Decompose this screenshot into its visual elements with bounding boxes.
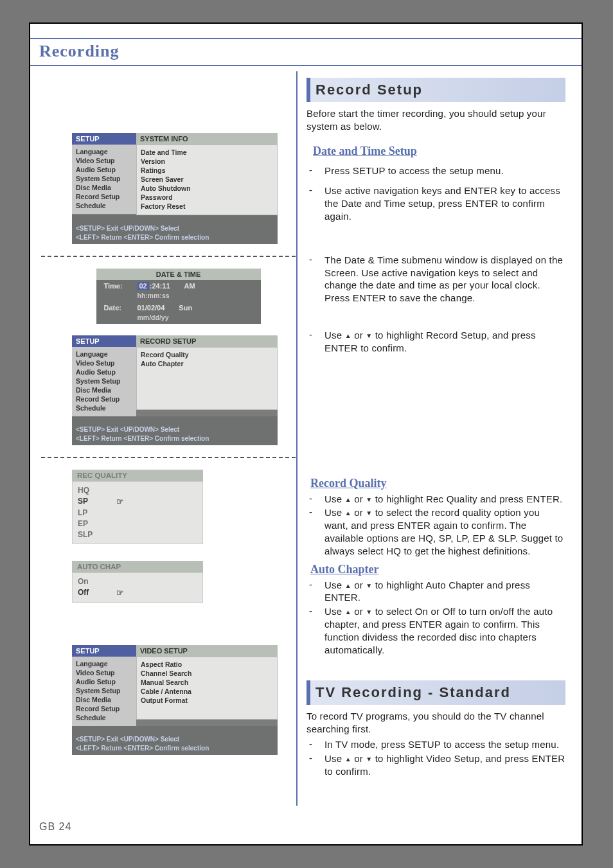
dt-time-hint: hh:mm:ss: [96, 292, 261, 302]
triangle-down-icon: [366, 506, 372, 519]
osd-list-item: Schedule: [76, 713, 132, 722]
osd-list-item: Disc Media: [76, 385, 132, 394]
bullet-text: Use or to highlight Record Setup, and pr…: [324, 329, 565, 355]
bullet-text: Use or to highlight Auto Chapter and pre…: [324, 579, 565, 605]
osd-setup-record-setup: SETUP LanguageVideo SetupAudio SetupSyst…: [72, 335, 278, 445]
osd-list-item: Disc Media: [76, 695, 132, 704]
osd-help-line: <SETUP> Exit <UP/DOWN> Select: [76, 735, 274, 744]
dt-date-value: 01/02/04: [138, 304, 165, 312]
osd-list-item: Ratings: [141, 166, 273, 175]
osd-left-items: LanguageVideo SetupAudio SetupSystem Set…: [72, 347, 136, 416]
osd-list-item: Audio Setup: [76, 677, 132, 686]
rec-quality-options: HQSPLPEPSLP: [72, 481, 203, 544]
section-header-tv-recording: TV Recording - Standard: [306, 680, 565, 705]
dt-time-label: Time:: [104, 282, 138, 290]
page-footer: GB 24: [39, 821, 71, 833]
dt-time-ampm: AM: [184, 282, 195, 290]
osd-list-item: Audio Setup: [76, 165, 132, 174]
triangle-down-icon: [366, 579, 372, 592]
triangle-down-icon: [366, 752, 372, 765]
osd-right-items: Record QualityAuto Chapter: [136, 347, 278, 410]
record-setup-intro: Before start the timer recording, you sh…: [306, 107, 565, 133]
dt-date-day: Sun: [179, 304, 192, 312]
osd-list-item: Record Setup: [76, 394, 132, 403]
osd-list-item: Screen Saver: [141, 175, 273, 184]
triangle-up-icon: [345, 493, 351, 506]
osd-list-item: Cable / Antenna: [141, 687, 273, 696]
dt-date-label: Date:: [104, 304, 138, 312]
osd-header-setup: SETUP: [72, 645, 136, 657]
osd-help-line: <SETUP> Exit <UP/DOWN> Select: [76, 224, 274, 233]
columns: SETUP LanguageVideo SetupAudio SetupSyst…: [30, 71, 582, 813]
osd-setup-video-setup: SETUP LanguageVideo SetupAudio SetupSyst…: [72, 645, 278, 755]
option-label: EP: [78, 519, 116, 528]
osd-help-text: <SETUP> Exit <UP/DOWN> Select <LEFT> Ret…: [72, 726, 278, 755]
triangle-down-icon: [366, 605, 372, 618]
osd-list-item: Manual Search: [141, 678, 273, 687]
dt-time-highlight: 02: [138, 282, 149, 290]
dt-time-row: Time: 02 :24:11 AM: [96, 280, 261, 292]
subhead-record-quality: Record Quality: [310, 477, 565, 490]
rec-quality-box: REC QUALITY HQSPLPEPSLP: [72, 470, 203, 544]
osd-help-line: <LEFT> Return <ENTER> Confirm selection: [76, 434, 274, 443]
osd-list-item: Audio Setup: [76, 368, 132, 376]
osd-header-record-setup: RECORD SETUP: [136, 335, 278, 347]
triangle-up-icon: [345, 752, 351, 765]
osd-list-item: System Setup: [76, 174, 132, 183]
date-time-setup-bullets: -Press SETUP to access the setup menu. -…: [306, 164, 565, 355]
rec-quality-option: SP: [78, 495, 197, 507]
osd-help-line: <LEFT> Return <ENTER> Confirm selection: [76, 233, 274, 242]
bullet-text: The Date & Time submenu window is displa…: [324, 254, 565, 305]
triangle-down-icon: [366, 329, 372, 342]
osd-list-item: Record Quality: [141, 350, 273, 359]
bullet-text: Use or to select the record quality opti…: [324, 506, 565, 557]
page: Recording SETUP LanguageVideo SetupAudio…: [29, 22, 583, 846]
left-column: SETUP LanguageVideo SetupAudio SetupSyst…: [30, 71, 296, 813]
osd-list-item: Password: [141, 193, 273, 202]
osd-header-video-setup: VIDEO SETUP: [136, 645, 278, 657]
bullet-text: Use or to highlight Video Setup, and pre…: [324, 752, 565, 778]
osd-left-items: LanguageVideo SetupAudio SetupSystem Set…: [72, 145, 136, 214]
auto-chapter-bullets: - Use or to highlight Auto Chapter and p…: [306, 579, 565, 657]
osd-list-item: System Setup: [76, 376, 132, 385]
bullet-text: Use or to select On or Off to turn on/of…: [324, 605, 565, 656]
rec-quality-option: SLP: [78, 529, 197, 540]
osd-list-item: Language: [76, 350, 132, 359]
osd-list-item: Version: [141, 157, 273, 166]
osd-list-item: Schedule: [76, 201, 132, 210]
pointer-hand-icon: [116, 497, 124, 506]
osd-list-item: Record Setup: [76, 704, 132, 713]
dt-date-row: Date: 01/02/04 Sun: [96, 302, 261, 314]
osd-help-text: <SETUP> Exit <UP/DOWN> Select <LEFT> Ret…: [72, 215, 278, 244]
osd-list-item: Date and Time: [141, 148, 273, 157]
option-label: SP: [78, 497, 116, 506]
bullet-text: In TV mode, press SETUP to access the se…: [324, 738, 565, 751]
right-column: Record Setup Before start the timer reco…: [296, 71, 582, 813]
osd-list-item: Schedule: [76, 403, 132, 412]
osd-list-item: Video Setup: [76, 359, 132, 368]
triangle-down-icon: [366, 493, 372, 506]
osd-help-line: <LEFT> Return <ENTER> Confirm selection: [76, 744, 274, 753]
osd-right-items: Date and TimeVersionRatingsScreen SaverA…: [136, 145, 278, 215]
osd-list-item: Video Setup: [76, 668, 132, 677]
auto-chapter-option: Off: [78, 587, 197, 598]
triangle-up-icon: [345, 329, 351, 342]
rec-quality-option: EP: [78, 518, 197, 529]
osd-list-item: Record Setup: [76, 192, 132, 201]
auto-chapter-option: On: [78, 576, 197, 587]
rec-quality-header: REC QUALITY: [72, 470, 203, 481]
osd-header-setup: SETUP: [72, 133, 136, 145]
tv-recording-bullets: -In TV mode, press SETUP to access the s…: [306, 738, 565, 777]
option-label: LP: [78, 508, 116, 517]
pointer-hand-icon: [116, 588, 124, 598]
osd-header-setup: SETUP: [72, 335, 136, 347]
rec-quality-option: LP: [78, 507, 197, 518]
bullet-text: Use active navigation keys and ENTER key…: [324, 184, 565, 222]
section-header-record-setup: Record Setup: [306, 78, 565, 102]
subhead-auto-chapter: Auto Chapter: [310, 563, 565, 576]
option-label: HQ: [78, 486, 116, 495]
osd-list-item: Factory Reset: [141, 202, 273, 211]
record-quality-bullets: - Use or to highlight Rec Quality and pr…: [306, 493, 565, 558]
subhead-date-time-setup: Date and Time Setup: [313, 145, 565, 158]
dashed-separator: [41, 457, 296, 458]
